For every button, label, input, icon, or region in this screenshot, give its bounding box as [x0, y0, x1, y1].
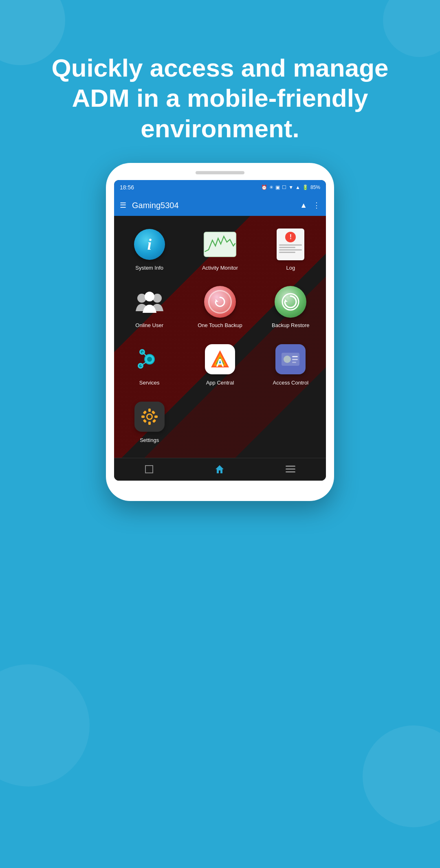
- one-touch-backup-label: One Touch Backup: [198, 322, 242, 329]
- svg-rect-29: [141, 415, 145, 418]
- svg-rect-31: [143, 410, 147, 414]
- online-user-label: Online User: [135, 322, 163, 329]
- svg-text:A: A: [216, 356, 224, 369]
- app-grid-row-3: Services: [114, 335, 326, 392]
- settings-icon: [134, 402, 165, 432]
- phone-body: 18:56 ⏰ ✳ ▣ ☐ ▼ ▲ 🔋 85% ☰ Gaming5304 ▲ ⋮: [106, 163, 334, 501]
- battery-percent: 85%: [310, 185, 320, 190]
- log-exclaim-icon: !: [285, 232, 296, 242]
- svg-rect-36: [145, 466, 153, 473]
- status-time: 18:56: [120, 184, 134, 191]
- one-touch-svg: [214, 296, 226, 308]
- backup-restore-label: Backup Restore: [272, 322, 310, 329]
- app-grid: System Info Activity Monitor: [114, 216, 326, 458]
- log-lines: [279, 244, 302, 253]
- bottom-nav-home[interactable]: [215, 464, 224, 474]
- bottom-navigation: [114, 458, 326, 481]
- svg-rect-32: [152, 419, 156, 423]
- settings-icon-wrapper: [133, 400, 166, 433]
- services-icon: [135, 345, 164, 374]
- home-icon: [215, 464, 224, 474]
- app-central-icon: A: [205, 344, 235, 374]
- app-item-one-touch-backup[interactable]: One Touch Backup: [185, 277, 255, 335]
- svg-point-22: [284, 356, 291, 363]
- activity-monitor-icon: [204, 232, 236, 257]
- svg-marker-37: [216, 465, 224, 473]
- app-item-services[interactable]: Services: [114, 335, 185, 392]
- system-info-icon: [134, 229, 165, 260]
- app-grid-row-2: Online User: [114, 277, 326, 335]
- bg-decoration-bl: [0, 664, 90, 787]
- app-item-online-user[interactable]: Online User: [114, 277, 185, 335]
- app-item-backup-restore[interactable]: Backup Restore: [255, 277, 326, 335]
- system-info-label: System Info: [135, 265, 163, 272]
- app-central-label: App Central: [206, 380, 234, 387]
- app-item-system-info[interactable]: System Info: [114, 220, 185, 277]
- svg-rect-0: [205, 233, 235, 256]
- app-central-icon-wrapper: A: [204, 343, 236, 376]
- app-bar: ☰ Gaming5304 ▲ ⋮: [114, 195, 326, 216]
- activity-chart-svg: [205, 233, 235, 256]
- svg-point-35: [147, 415, 152, 419]
- svg-point-3: [145, 292, 154, 301]
- log-icon-wrapper: !: [274, 228, 307, 261]
- access-control-label: Access Control: [273, 380, 308, 387]
- upload-button[interactable]: ▲: [300, 201, 307, 210]
- status-bar: 18:56 ⏰ ✳ ▣ ☐ ▼ ▲ 🔋 85%: [114, 180, 326, 195]
- svg-rect-23: [292, 356, 298, 357]
- app-item-log[interactable]: ! Log: [255, 220, 326, 277]
- activity-monitor-icon-wrapper: [204, 228, 236, 261]
- log-line-2: [279, 247, 295, 248]
- status-icons: ⏰ ✳ ▣ ☐ ▼ ▲ 🔋 85%: [261, 185, 320, 190]
- system-info-icon-wrapper: [133, 228, 166, 261]
- settings-svg: [140, 407, 159, 426]
- bottom-nav-back[interactable]: [145, 465, 154, 474]
- svg-marker-4: [216, 299, 218, 302]
- menu-icon: [286, 466, 295, 473]
- phone-screen: 18:56 ⏰ ✳ ▣ ☐ ▼ ▲ 🔋 85% ☰ Gaming5304 ▲ ⋮: [114, 180, 326, 481]
- online-user-svg: [134, 289, 165, 314]
- one-touch-backup-icon: [204, 286, 236, 318]
- app-grid-row-1: System Info Activity Monitor: [114, 220, 326, 277]
- log-icon: !: [277, 229, 304, 260]
- nfc-icon: ▣: [275, 185, 280, 190]
- bottom-nav-menu[interactable]: [286, 466, 295, 473]
- log-label: Log: [286, 265, 295, 272]
- svg-rect-39: [286, 468, 295, 470]
- app-central-svg: A: [209, 348, 231, 371]
- bg-decoration-br: [363, 725, 440, 827]
- app-item-access-control[interactable]: Access Control: [255, 335, 326, 392]
- more-button[interactable]: ⋮: [313, 201, 320, 210]
- access-control-icon: [275, 344, 306, 374]
- services-icon-wrapper: [133, 343, 166, 376]
- hero-title: Quickly access and manage ADM in a mobil…: [33, 53, 407, 144]
- svg-rect-40: [286, 471, 295, 472]
- backup-restore-svg: [281, 292, 300, 312]
- app-grid-empty-1: [185, 392, 255, 450]
- online-user-icon: [134, 289, 165, 314]
- svg-rect-34: [143, 419, 147, 423]
- app-grid-empty-2: [255, 392, 326, 450]
- svg-marker-6: [285, 299, 288, 302]
- settings-label: Settings: [140, 437, 159, 444]
- services-svg: [135, 345, 164, 374]
- app-item-activity-monitor[interactable]: Activity Monitor: [185, 220, 255, 277]
- activity-monitor-label: Activity Monitor: [202, 265, 238, 272]
- svg-rect-33: [151, 410, 155, 414]
- menu-button[interactable]: ☰: [120, 201, 126, 210]
- log-line-3: [279, 249, 302, 251]
- app-item-settings[interactable]: Settings: [114, 392, 185, 450]
- access-control-svg: [280, 349, 301, 370]
- phone-speaker: [196, 171, 244, 174]
- svg-rect-24: [292, 359, 298, 360]
- one-touch-inner: [208, 290, 232, 314]
- one-touch-backup-icon-wrapper: [204, 286, 236, 318]
- app-item-app-central[interactable]: A App Central: [185, 335, 255, 392]
- hero-section: Quickly access and manage ADM in a mobil…: [0, 53, 440, 144]
- app-bar-title: Gaming5304: [132, 201, 294, 210]
- svg-rect-28: [148, 422, 151, 425]
- vibrate-icon: ☐: [282, 185, 286, 190]
- svg-rect-38: [286, 466, 295, 467]
- svg-rect-27: [148, 409, 151, 412]
- log-line-4: [279, 252, 295, 253]
